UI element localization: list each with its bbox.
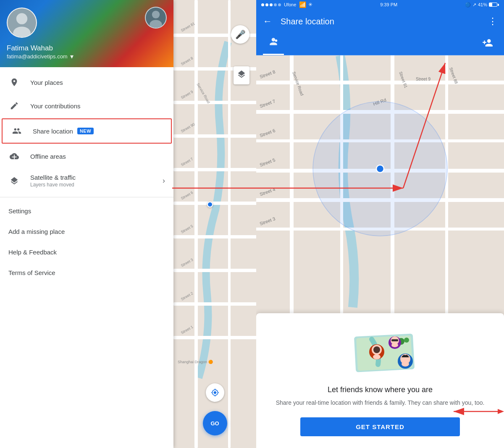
microphone-button[interactable]: 🎤 (231, 25, 249, 44)
popup-illustration (346, 327, 414, 377)
sidebar-item-share-location[interactable]: Share location NEW (2, 118, 172, 144)
status-bar: Ufone 📶 ✳ 9:39 PM 🔵 ↗ 41% (256, 0, 504, 9)
svg-rect-20 (228, 0, 231, 448)
tabs-bar (256, 34, 504, 55)
svg-rect-16 (173, 269, 256, 272)
help-feedback-label: Help & Feedback (8, 249, 57, 256)
top-bar: ← Share location ⋮ (256, 9, 504, 34)
sidebar-item-add-missing-place[interactable]: Add a missing place (0, 221, 173, 242)
svg-rect-15 (173, 235, 256, 238)
sidebar-item-your-places[interactable]: Your places (0, 71, 173, 94)
svg-text:Street 9: Street 9 (416, 77, 430, 81)
person-share-icon (268, 37, 279, 48)
location-pin-icon (8, 76, 20, 88)
sidebar-header: Fatima Wahab fatima@addicivetips.com ▾ (0, 0, 173, 67)
sidebar: Fatima Wahab fatima@addicivetips.com ▾ Y… (0, 0, 173, 448)
more-options-button[interactable]: ⋮ (488, 16, 497, 27)
sidebar-item-settings[interactable]: Settings (0, 201, 173, 221)
arrow-status-icon: ↗ (472, 2, 476, 8)
bluetooth-icon: ✳ (308, 2, 312, 8)
layers-button[interactable] (234, 66, 249, 84)
signal-dot-5 (278, 3, 281, 6)
location-dot (207, 202, 213, 207)
svg-point-71 (402, 362, 409, 367)
status-right-icons: 🔵 ↗ 41% (465, 2, 499, 8)
svg-point-32 (275, 39, 277, 42)
phone-panel: Ufone 📶 ✳ 9:39 PM 🔵 ↗ 41% ← Share locati… (256, 0, 504, 448)
popup-title: Let friends know where you are (266, 385, 494, 394)
signal-dot-4 (274, 3, 277, 6)
new-badge: NEW (77, 128, 94, 134)
svg-point-64 (373, 346, 380, 353)
add-missing-place-label: Add a missing place (8, 228, 65, 235)
location-status-icon: 🔵 (465, 2, 471, 8)
svg-rect-17 (173, 302, 256, 306)
svg-rect-18 (173, 336, 256, 339)
battery-percentage: 41% (478, 2, 487, 7)
user-info: Fatima Wahab fatima@addicivetips.com ▾ (7, 44, 167, 60)
share-location-label: Share location (33, 128, 73, 135)
signal-dot-2 (265, 3, 268, 6)
svg-point-56 (376, 165, 384, 173)
share-location-icon (11, 125, 23, 137)
signal-indicators: Ufone 📶 ✳ (261, 1, 312, 8)
svg-point-68 (391, 343, 398, 347)
menu-divider (0, 197, 173, 197)
your-places-label: Your places (30, 79, 63, 86)
sidebar-item-your-contributions[interactable]: Your contributions (0, 94, 173, 118)
user-email: fatima@addicivetips.com (7, 53, 68, 60)
satellite-traffic-content: Satellite & traffic Layers have moved (30, 174, 76, 188)
svg-rect-13 (173, 168, 256, 171)
tab-person[interactable] (263, 33, 284, 55)
add-person-button[interactable] (478, 33, 497, 55)
navigate-go-button[interactable]: GO (203, 411, 227, 435)
svg-point-1 (16, 13, 27, 24)
user-avatar[interactable] (7, 8, 37, 38)
sidebar-menu: Your places Your contributions Share loc… (0, 67, 173, 448)
carrier-label: Ufone (284, 2, 296, 7)
svg-point-63 (373, 354, 381, 359)
layers-moved-text: Layers have moved (30, 182, 76, 188)
svg-rect-14 (173, 202, 256, 205)
svg-rect-67 (391, 339, 398, 341)
avatar-face (8, 8, 36, 37)
phone-map: Street 8 Street 7 Street 6 Street 5 Stre… (256, 55, 504, 448)
svg-rect-40 (290, 55, 294, 349)
terms-label: Terms of Service (8, 269, 55, 276)
offline-areas-label: Offline areas (30, 153, 66, 160)
go-label: GO (210, 420, 219, 427)
user-name: Fatima Wahab (7, 44, 167, 52)
sidebar-item-help-feedback[interactable]: Help & Feedback (0, 242, 173, 262)
map-illustration-svg (346, 327, 422, 373)
map-poi-label: Shanghai Dragon 🟠 (178, 360, 213, 364)
battery-icon (489, 3, 499, 7)
layers-icon (8, 175, 20, 187)
share-location-popup: Let friends know where you are Share you… (256, 313, 504, 448)
signal-dot-1 (261, 3, 264, 6)
map-background: Street 81 Street 8 Street 9 Street 90 St… (173, 0, 256, 448)
svg-rect-43 (445, 55, 448, 349)
svg-rect-12 (173, 134, 256, 138)
chevron-right-icon: › (163, 176, 165, 185)
svg-rect-11 (173, 101, 256, 104)
svg-point-60 (404, 338, 409, 343)
your-contributions-label: Your contributions (30, 102, 81, 110)
satellite-traffic-label: Satellite & traffic (30, 174, 76, 181)
my-location-button[interactable] (206, 383, 224, 402)
status-time: 9:39 PM (380, 2, 397, 7)
dropdown-arrow-icon[interactable]: ▾ (70, 52, 74, 60)
sidebar-item-offline-areas[interactable]: Offline areas (0, 144, 173, 168)
settings-label: Settings (8, 207, 31, 215)
page-title: Share location (281, 17, 488, 26)
svg-point-4 (152, 10, 160, 18)
map-canvas: Street 81 Street 8 Street 9 Street 90 St… (173, 0, 256, 448)
get-started-button[interactable]: GET STARTED (300, 417, 460, 436)
offline-cloud-icon (8, 150, 20, 162)
sidebar-item-terms-of-service[interactable]: Terms of Service (0, 262, 173, 283)
popup-description: Share your real-time location with frien… (266, 398, 494, 407)
edit-icon (8, 100, 20, 112)
back-button[interactable]: ← (263, 16, 272, 27)
sidebar-item-satellite-traffic[interactable]: Satellite & traffic Layers have moved › (0, 168, 173, 194)
signal-dot-3 (270, 3, 273, 6)
svg-rect-19 (194, 0, 198, 448)
